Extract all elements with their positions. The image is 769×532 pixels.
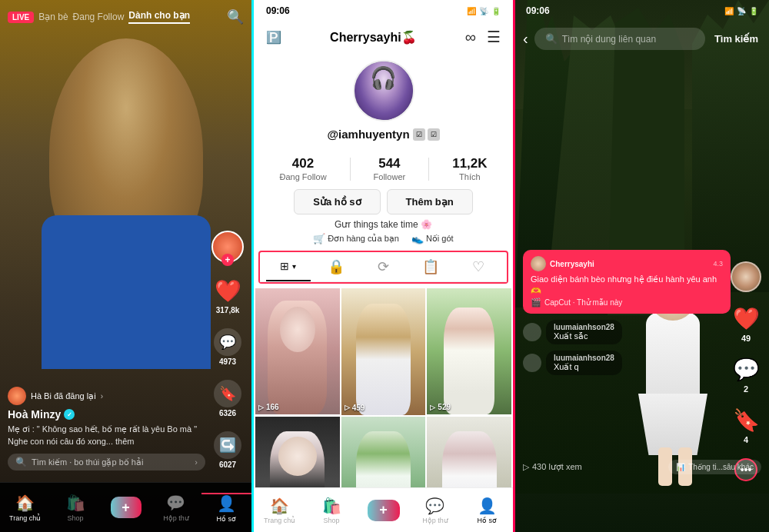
- grid-video-3[interactable]: ▷ 529: [427, 288, 511, 414]
- p3-search-input-wrap[interactable]: 🔍 Tìm nội dung liên quan: [534, 28, 705, 50]
- p2-avatar[interactable]: [353, 60, 414, 121]
- p3-video-creator-avatar[interactable]: [731, 261, 761, 292]
- p2-username-row: @iamhuyentyn ☑ ☑: [327, 128, 439, 141]
- battery-icon: 🔋: [491, 7, 501, 15]
- nav-item-foryou[interactable]: Dành cho bạn: [128, 10, 190, 24]
- live-badge: LIVE: [8, 12, 34, 23]
- tab-repost[interactable]: ⟳: [361, 252, 406, 281]
- grid-video-2[interactable]: ▷ 459: [341, 288, 426, 415]
- video-username[interactable]: Hoà Minzy ✓: [8, 408, 205, 421]
- home-icon: 🏠: [15, 494, 35, 512]
- grid-video-5[interactable]: ▷ 430: [341, 417, 426, 488]
- nav-profile[interactable]: 👤 Hồ sơ: [201, 493, 251, 523]
- tab-videos[interactable]: ⊞ ▾: [266, 252, 311, 281]
- verified-icon: ✓: [64, 409, 75, 420]
- following-count: 402: [292, 156, 314, 171]
- orders-link-text: Đơn hàng của bạn: [328, 234, 399, 244]
- p3-like-action[interactable]: ❤️ 49: [733, 306, 760, 343]
- p2-scroll-area[interactable]: 🅿️ Cherrysayhi🍒 ∞ ☰ @iamhuyentyn ☑ ☑: [254, 22, 513, 487]
- tab-filter: ⊞ ▾: [280, 260, 296, 272]
- link-shoes[interactable]: 👟 Nối gót: [411, 233, 454, 244]
- shop-icon: 🛍️: [322, 497, 341, 515]
- stat-divider-2: [428, 158, 429, 181]
- p3-icons: 📶 📡 🔋: [724, 7, 758, 15]
- commenter-name-1: luumaianhson28: [554, 323, 614, 331]
- nav-inbox[interactable]: 💬 Hộp thư: [151, 494, 201, 522]
- grid-video-1[interactable]: ▷ 166: [255, 288, 340, 414]
- bookmark-action[interactable]: 🔖 6326: [214, 380, 241, 417]
- girl-skirt: [638, 394, 707, 455]
- p2-nav-profile[interactable]: 👤 Hồ sơ: [461, 497, 513, 524]
- tab-collection[interactable]: 📋: [408, 252, 453, 281]
- collection-icon: 📋: [422, 258, 439, 275]
- p2-nav-add[interactable]: +: [358, 500, 409, 521]
- p2-video-grid: ▷ 166 ▷ 459 ▷: [254, 287, 513, 487]
- share-action[interactable]: ↪️ 6027: [214, 431, 241, 469]
- p2-handle: @iamhuyentyn: [327, 128, 409, 141]
- p3-comment-action[interactable]: 💬 2: [733, 357, 760, 394]
- add-button[interactable]: +: [368, 500, 400, 521]
- share-icon: ↪️: [214, 431, 241, 459]
- p2-profile-title: Cherrysayhi🍒: [330, 30, 417, 45]
- like-action[interactable]: ❤️ 317,8k: [214, 277, 241, 314]
- nav-home[interactable]: 🏠 Trang chủ: [0, 494, 50, 522]
- nav-add[interactable]: +: [101, 497, 151, 518]
- p3-comment-icon: 💬: [733, 357, 760, 382]
- p1-bottom-nav: 🏠 Trang chủ 🛍️ Shop + 💬 Hộp thư 👤 Hồ sơ: [0, 482, 251, 532]
- creator-avatar-item[interactable]: +: [211, 231, 244, 263]
- followers-count: 544: [378, 156, 400, 171]
- video-caption: Mẹ ơi : " Không sao hết, bố mẹ rất là yê…: [8, 424, 205, 447]
- creator-avatar: +: [211, 231, 244, 263]
- grid-figure-1: [255, 288, 340, 414]
- friends-icon[interactable]: ∞: [465, 28, 476, 46]
- likes-count: 11,2K: [452, 156, 487, 171]
- p3-like-count: 49: [741, 334, 751, 343]
- add-button[interactable]: +: [111, 497, 141, 518]
- comment-sub-link[interactable]: 🎬 CapCut · Thử mẫu này: [531, 298, 723, 308]
- nav-item-friends[interactable]: Bạn bè: [38, 12, 68, 22]
- p3-action-bar: ❤️ 49 💬 2 🔖 4 •••: [731, 261, 761, 481]
- repost-banner[interactable]: Hà Bi đã đăng lại ›: [8, 387, 103, 405]
- back-icon[interactable]: ‹: [523, 30, 528, 48]
- p2-nav-shop[interactable]: 🛍️ Shop: [305, 497, 357, 524]
- stat-following[interactable]: 402 Đang Follow: [279, 156, 326, 181]
- commenter-avatar-main: [531, 256, 546, 271]
- p2-action-buttons: Sửa hồ sơ Thêm bạn: [254, 189, 513, 214]
- grid-video-4[interactable]: ▷ 441: [255, 417, 340, 488]
- grid-overlay-1: ▷ 166: [258, 403, 279, 411]
- play-icon-3: ▷: [430, 404, 435, 411]
- nav-shop[interactable]: 🛍️ Shop: [50, 494, 100, 522]
- tab-locked[interactable]: 🔒: [314, 252, 358, 281]
- signal-icon: 📶: [467, 7, 476, 15]
- bookmark-icon: 🔖: [214, 380, 241, 407]
- menu-icon[interactable]: ☰: [487, 28, 501, 46]
- p2-nav-home[interactable]: 🏠 Trang chủ: [254, 497, 305, 524]
- stat-likes[interactable]: 11,2K Thích: [452, 156, 487, 181]
- panel2-profile: 09:06 📶 📡 🔋 🅿️ Cherrysayhi🍒 ∞ ☰ @iamhu: [254, 0, 515, 532]
- p2-avatar-image: [355, 62, 413, 120]
- p3-status-bar: 09:06 📶 📡 🔋: [515, 0, 769, 22]
- play-count-icon: ▷: [523, 462, 529, 472]
- grid-video-6[interactable]: ▷ 177: [427, 417, 511, 488]
- search-icon[interactable]: 🔍: [227, 8, 244, 25]
- p3-search-bar-area: ‹ 🔍 Tìm nội dung liên quan Tìm kiếm: [515, 23, 769, 55]
- p1-search-bar[interactable]: 🔍 Tìm kiếm · bo thúi gặp bố hải ›: [8, 454, 205, 470]
- nav-item-following[interactable]: Đang Follow: [73, 12, 125, 22]
- search-button[interactable]: Tìm kiếm: [711, 33, 761, 45]
- stats-detail-button[interactable]: 📊 Thống ti...sâu khác: [668, 460, 761, 474]
- edit-profile-button[interactable]: Sửa hồ sơ: [294, 189, 380, 214]
- add-friend-button[interactable]: Thêm bạn: [387, 189, 473, 214]
- p3-heart-icon: ❤️: [733, 306, 760, 331]
- stat-followers[interactable]: 544 Follower: [374, 156, 406, 181]
- view-count-1: 166: [266, 403, 279, 411]
- p2-profile-section: @iamhuyentyn ☑ ☑: [254, 52, 513, 147]
- play-icon-1: ▷: [258, 404, 264, 411]
- link-orders[interactable]: 🛒 Đơn hàng của bạn: [313, 233, 399, 244]
- p2-nav-inbox[interactable]: 💬 Hộp thư: [409, 497, 461, 524]
- comment-text-main: Giao diện bánh bèo nhưng hệ điều hành yê…: [531, 274, 723, 296]
- tab-liked[interactable]: ♡: [456, 252, 501, 281]
- grid-figure-5: [341, 417, 426, 488]
- p3-comment-card-main[interactable]: Cherrysayhi 4.3 Giao diện bánh bèo nhưng…: [523, 250, 731, 314]
- p3-bookmark-action[interactable]: 🔖 4: [733, 407, 760, 444]
- comment-action[interactable]: 💬 4973: [214, 328, 241, 366]
